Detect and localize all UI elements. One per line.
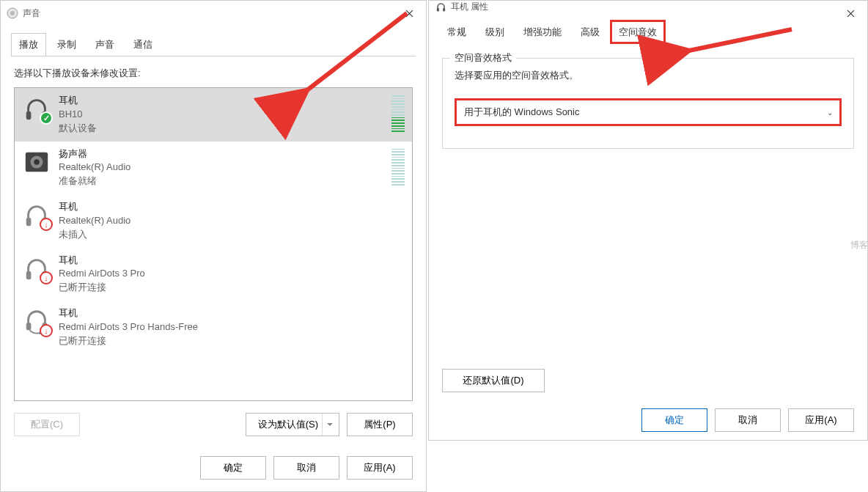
- instruction-text: 选择以下播放设备来修改设置:: [14, 67, 413, 80]
- dialog-buttons: 确定 取消 应用(A): [1, 447, 426, 491]
- group-label: 空间音效格式: [450, 51, 516, 65]
- svg-point-6: [34, 159, 40, 165]
- device-item[interactable]: ✓ 耳机 BH10 默认设备: [15, 88, 412, 142]
- device-sub: Redmi AirDots 3 Pro Hands-Free: [59, 320, 405, 334]
- select-value: 用于耳机的 Windows Sonic: [458, 106, 822, 119]
- highlight-box: 用于耳机的 Windows Sonic ⌄: [455, 98, 842, 126]
- restore-defaults-button[interactable]: 还原默认值(D): [442, 369, 545, 392]
- device-status: 未插入: [59, 228, 405, 242]
- svg-rect-14: [436, 8, 438, 12]
- device-text: 耳机 Realtek(R) Audio 未插入: [59, 200, 405, 242]
- down-badge-icon: ↓: [40, 324, 53, 337]
- spatial-format-group: 空间音效格式 选择要应用的空间音效格式。 用于耳机的 Windows Sonic…: [442, 58, 854, 149]
- device-status: 已断开连接: [59, 281, 405, 295]
- device-sub: Realtek(R) Audio: [59, 161, 384, 175]
- tabs: 常规 级别 增强功能 高级 空间音效: [429, 13, 867, 43]
- level-meter: [391, 149, 405, 186]
- svg-rect-15: [443, 8, 445, 12]
- headphones-icon: ↓: [22, 200, 51, 230]
- headphones-icon: ✓: [22, 94, 51, 123]
- chevron-down-icon: [327, 423, 333, 429]
- sound-window: 声音 播放 录制 声音 通信 选择以下播放设备来修改设置: ✓ 耳机 BH10 …: [0, 0, 427, 492]
- device-title: 耳机: [59, 254, 405, 268]
- speaker-icon: [22, 147, 51, 177]
- svg-rect-9: [26, 271, 32, 279]
- tab-enhancements[interactable]: 增强功能: [515, 21, 570, 43]
- device-sub: BH10: [59, 108, 384, 122]
- apply-button[interactable]: 应用(A): [347, 456, 413, 480]
- titlebar: 耳机 属性: [429, 1, 867, 13]
- spatial-format-select[interactable]: 用于耳机的 Windows Sonic ⌄: [458, 102, 838, 122]
- playback-content: 选择以下播放设备来修改设置: ✓ 耳机 BH10 默认设备: [1, 56, 426, 447]
- device-status: 已断开连接: [59, 334, 405, 348]
- svg-rect-11: [26, 323, 32, 330]
- device-text: 耳机 Redmi AirDots 3 Pro 已断开连接: [59, 254, 405, 295]
- device-item[interactable]: ↓ 耳机 Redmi AirDots 3 Pro Hands-Free 已断开连…: [15, 301, 412, 354]
- spatial-content: 空间音效格式 选择要应用的空间音效格式。 用于耳机的 Windows Sonic…: [429, 43, 867, 400]
- svg-rect-2: [26, 111, 32, 120]
- apply-button[interactable]: 应用(A): [788, 408, 854, 432]
- tabs: 播放 录制 声音 通信: [1, 26, 426, 56]
- window-title: 耳机 属性: [451, 1, 488, 13]
- close-button[interactable]: [392, 1, 426, 26]
- tab-playback[interactable]: 播放: [11, 33, 46, 56]
- device-sub: Redmi AirDots 3 Pro: [59, 267, 405, 281]
- set-default-button[interactable]: 设为默认值(S): [246, 413, 339, 436]
- titlebar: 声音: [1, 1, 426, 26]
- headphones-icon: [435, 1, 446, 13]
- group-instruction: 选择要应用的空间音效格式。: [455, 69, 842, 82]
- properties-button[interactable]: 属性(P): [347, 413, 413, 436]
- down-badge-icon: ↓: [40, 271, 53, 284]
- device-title: 耳机: [59, 94, 384, 108]
- device-item[interactable]: 扬声器 Realtek(R) Audio 准备就绪: [15, 142, 412, 195]
- headphone-properties-window: 耳机 属性 常规 级别 增强功能 高级 空间音效 空间音效格式 选择要应用的空间…: [428, 0, 868, 441]
- chevron-down-icon: ⌄: [822, 109, 838, 117]
- headset-icon: ↓: [22, 306, 51, 336]
- tab-sounds[interactable]: 声音: [87, 33, 122, 56]
- headphones-icon: ↓: [22, 254, 51, 283]
- ok-button[interactable]: 确定: [641, 408, 707, 432]
- tab-general[interactable]: 常规: [439, 21, 474, 43]
- device-text: 耳机 Redmi AirDots 3 Pro Hands-Free 已断开连接: [59, 306, 405, 348]
- tab-advanced[interactable]: 高级: [573, 21, 608, 43]
- device-status: 准备就绪: [59, 175, 384, 188]
- tab-communications[interactable]: 通信: [125, 33, 161, 56]
- device-title: 扬声器: [59, 147, 384, 161]
- device-title: 耳机: [59, 306, 405, 320]
- set-default-label: 设为默认值(S): [258, 418, 318, 431]
- sound-icon: [7, 7, 18, 19]
- dialog-buttons: 确定 取消 应用(A): [429, 400, 867, 444]
- device-list: ✓ 耳机 BH10 默认设备 扬声器 Realtek(R) Audio 准备就绪: [14, 87, 413, 401]
- device-buttons: 配置(C) 设为默认值(S) 属性(P): [14, 401, 413, 444]
- configure-button[interactable]: 配置(C): [14, 413, 80, 436]
- svg-point-1: [10, 11, 15, 15]
- device-text: 扬声器 Realtek(R) Audio 准备就绪: [59, 147, 384, 189]
- level-meter: [391, 95, 405, 132]
- tab-recording[interactable]: 录制: [49, 33, 84, 56]
- watermark: 博客: [850, 239, 868, 251]
- cancel-button[interactable]: 取消: [273, 456, 339, 480]
- close-button[interactable]: [834, 1, 867, 26]
- device-sub: Realtek(R) Audio: [59, 214, 405, 228]
- device-item[interactable]: ↓ 耳机 Redmi AirDots 3 Pro 已断开连接: [15, 248, 412, 301]
- device-status: 默认设备: [59, 122, 384, 136]
- device-item[interactable]: ↓ 耳机 Realtek(R) Audio 未插入: [15, 194, 412, 248]
- device-text: 耳机 BH10 默认设备: [59, 94, 384, 136]
- window-title: 声音: [23, 7, 40, 20]
- ok-button[interactable]: 确定: [200, 456, 266, 480]
- tab-spatial-sound[interactable]: 空间音效: [611, 21, 665, 43]
- cancel-button[interactable]: 取消: [715, 408, 781, 432]
- restore-row: 还原默认值(D): [442, 149, 854, 400]
- check-badge-icon: ✓: [40, 111, 53, 125]
- svg-rect-7: [26, 218, 32, 226]
- down-badge-icon: ↓: [40, 218, 53, 231]
- tab-levels[interactable]: 级别: [477, 21, 512, 43]
- device-title: 耳机: [59, 200, 405, 214]
